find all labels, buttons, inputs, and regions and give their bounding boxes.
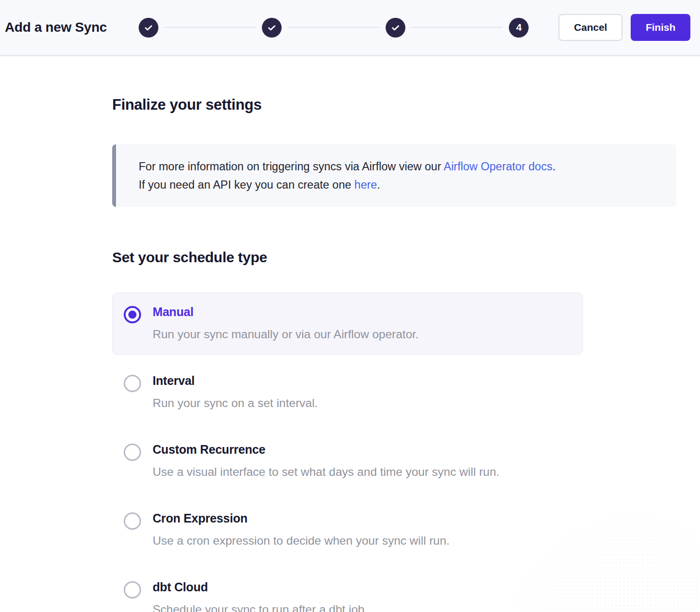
finalize-settings-heading: Finalize your settings [112,96,700,114]
check-icon [267,23,277,33]
callout-text: . [552,160,556,173]
info-callout: For more information on triggering syncs… [112,144,676,207]
radio-manual-selected[interactable] [124,306,141,323]
check-icon [143,23,154,33]
callout-text: If you need an API key you can create on… [139,178,354,191]
option-text: Manual Run your sync manually or via our… [153,305,419,341]
radio-cron-expression[interactable] [124,512,141,530]
step-3-complete[interactable] [386,18,405,38]
step-connector [165,27,256,28]
step-1-complete[interactable] [139,18,158,38]
step-progress-bar: 4 [139,18,529,38]
radio-custom-recurrence[interactable] [124,444,141,461]
airflow-operator-docs-link[interactable]: Airflow Operator docs [443,160,552,173]
callout-text: For more information on triggering syncs… [139,160,443,173]
create-api-key-link[interactable]: here [354,178,377,191]
radio-interval[interactable] [124,375,141,392]
option-text: dbt Cloud Schedule your sync to run afte… [153,580,368,612]
wizard-header: Add a new Sync 4 Cancel Finish [0,0,700,56]
finish-button[interactable]: Finish [631,14,690,41]
schedule-option-custom-recurrence[interactable]: Custom Recurrence Use a visual interface… [112,430,583,492]
schedule-type-options: Manual Run your sync manually or via our… [112,293,583,612]
step-4-current[interactable]: 4 [509,18,529,38]
step-connector [288,27,379,28]
main-content: Finalize your settings For more informat… [0,56,700,612]
step-2-complete[interactable] [262,18,282,38]
header-actions: Cancel Finish [558,14,690,41]
callout-text: . [377,178,380,191]
option-label: Cron Expression [153,511,450,525]
callout-line-1: For more information on triggering syncs… [139,157,657,176]
option-text: Interval Run your sync on a set interval… [153,374,318,410]
callout-line-2: If you need an API key you can create on… [139,176,657,194]
radio-dbt-cloud[interactable] [124,581,141,599]
option-label: Custom Recurrence [153,443,499,457]
option-label: Manual [153,305,419,319]
option-text: Custom Recurrence Use a visual interface… [153,443,499,479]
option-label: Interval [153,374,318,388]
option-description: Use a cron expression to decide when you… [153,534,450,548]
check-icon [390,23,401,33]
option-text: Cron Expression Use a cron expression to… [153,511,450,548]
option-description: Run your sync on a set interval. [153,396,318,410]
step-connector [412,27,503,28]
option-description: Run your sync manually or via our Airflo… [153,328,419,341]
option-label: dbt Cloud [153,580,368,594]
schedule-type-heading: Set your schedule type [112,249,700,266]
schedule-option-interval[interactable]: Interval Run your sync on a set interval… [112,361,583,423]
schedule-option-manual[interactable]: Manual Run your sync manually or via our… [112,293,583,355]
cancel-button[interactable]: Cancel [558,14,622,41]
schedule-option-cron-expression[interactable]: Cron Expression Use a cron expression to… [112,499,583,561]
page-title: Add a new Sync [5,20,107,35]
schedule-option-dbt-cloud[interactable]: dbt Cloud Schedule your sync to run afte… [112,568,583,612]
option-description: Use a visual interface to set what days … [153,465,499,479]
option-description: Schedule your sync to run after a dbt jo… [153,603,368,612]
